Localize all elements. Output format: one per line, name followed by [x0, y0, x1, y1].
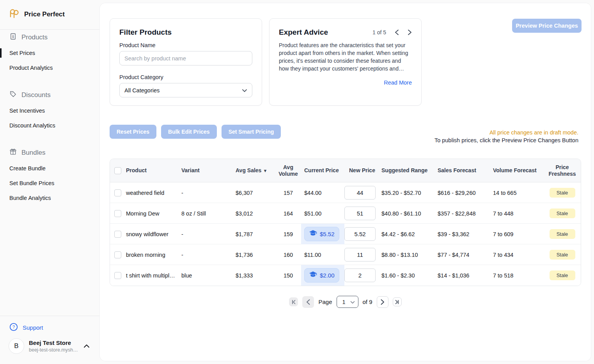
current-price-cell: $11.00 — [301, 244, 344, 265]
sidebar-item-set-prices[interactable]: Set Prices — [0, 48, 100, 58]
main-content: Filter Products Product Name Product Cat… — [100, 3, 591, 361]
sidebar-item-create-bundle[interactable]: Create Bundle — [0, 163, 100, 174]
col-header-suggested-range[interactable]: Suggested Range — [379, 167, 435, 174]
advice-pager: 1 of 5 — [372, 29, 412, 35]
volume-forecast-cell: 14 to 665 — [491, 190, 543, 196]
avg-volume-cell: 160 — [275, 252, 301, 258]
variant-cell: - — [181, 252, 236, 258]
col-header-avg-volume[interactable]: Avg Volume — [275, 164, 301, 177]
col-header-new-price[interactable]: New Price — [344, 167, 379, 174]
table-row: t shirt with multipl… blue $1,333 150 — [110, 265, 581, 286]
reset-prices-button[interactable]: Reset Prices — [110, 125, 156, 139]
sidebar-item-label: Create Bundle — [9, 165, 46, 171]
price-perfect-logo-icon — [9, 9, 20, 20]
set-smart-pricing-button[interactable]: Set Smart Pricing — [222, 125, 281, 139]
new-price-input[interactable] — [344, 186, 376, 200]
avg-sales-cell: $3,012 — [236, 210, 275, 217]
col-header-variant[interactable]: Variant — [181, 167, 236, 174]
product-cell: weathered field — [126, 190, 181, 196]
sidebar: Price Perfect $ Products Set Prices Prod… — [0, 0, 100, 364]
avg-sales-cell: $6,307 — [236, 190, 275, 196]
bulk-actions-row: Reset Prices Bulk Edit Prices Set Smart … — [110, 125, 281, 139]
freshness-badge: Stale — [550, 188, 575, 198]
advice-title: Expert Advice — [279, 28, 328, 37]
col-header-avg-sales[interactable]: Avg Sales▼ — [236, 167, 275, 174]
chevron-up-icon[interactable] — [83, 343, 90, 350]
col-header-volume-forecast[interactable]: Volume Forecast — [491, 167, 543, 174]
next-page-button[interactable] — [377, 296, 388, 308]
first-page-button[interactable] — [289, 297, 298, 306]
select-all-checkbox[interactable] — [114, 167, 121, 174]
advice-prev-button[interactable] — [395, 29, 399, 35]
avg-sales-cell: $1,333 — [236, 272, 275, 279]
section-label: Products — [21, 34, 48, 41]
advice-next-button[interactable] — [408, 29, 412, 35]
col-header-price-freshness[interactable]: Price Freshness — [543, 164, 581, 177]
new-price-input[interactable] — [344, 207, 376, 220]
sidebar-footer-divider — [0, 316, 100, 316]
support-label: Support — [23, 324, 43, 331]
product-category-label: Product Category — [119, 74, 252, 80]
store-name: Beej Test Store — [29, 339, 79, 346]
suggested-range-cell: $40.80 - $61.10 — [379, 210, 435, 217]
app-logo: Price Perfect — [0, 0, 100, 20]
draft-notice-line2: To publish prices, click the Preview Pri… — [434, 136, 578, 144]
page-number-select[interactable]: 1 — [337, 296, 358, 308]
page: Price Perfect $ Products Set Prices Prod… — [0, 0, 594, 364]
new-price-input[interactable] — [344, 248, 376, 262]
avg-volume-cell: 164 — [275, 210, 301, 217]
sidebar-item-set-incentives[interactable]: Set Incentives — [0, 105, 100, 116]
suggested-range-cell: $1.60 - $2.30 — [379, 272, 435, 279]
col-header-product[interactable]: Product — [126, 167, 181, 174]
sort-desc-icon: ▼ — [263, 168, 267, 173]
new-price-input[interactable] — [344, 227, 376, 241]
store-account[interactable]: B Beej Test Store beej-test-store.mysh… — [0, 338, 100, 354]
row-checkbox[interactable] — [114, 251, 121, 258]
sidebar-item-label: Discount Analytics — [9, 122, 55, 129]
gift-icon — [9, 148, 17, 157]
previous-page-button[interactable] — [302, 296, 314, 308]
sidebar-section-products: $ Products — [0, 33, 100, 42]
product-cell: broken morning — [126, 252, 181, 258]
page-number-value: 1 — [342, 299, 346, 305]
sidebar-item-label: Set Incentives — [9, 108, 45, 114]
row-checkbox[interactable] — [114, 272, 121, 279]
sales-forecast-cell: $77 - $4,774 — [435, 252, 491, 258]
section-label: Bundles — [21, 149, 45, 157]
avg-sales-cell: $1,787 — [236, 231, 275, 237]
row-checkbox[interactable] — [114, 231, 121, 238]
read-more-link[interactable]: Read More — [279, 80, 412, 86]
row-checkbox[interactable] — [114, 210, 121, 217]
col-header-sales-forecast[interactable]: Sales Forecast — [435, 167, 491, 174]
current-price-cell: $51.00 — [301, 203, 344, 224]
col-header-current-price[interactable]: Current Price — [301, 167, 344, 174]
store-domain: beej-test-store.mysh… — [29, 347, 79, 353]
row-checkbox[interactable] — [114, 189, 121, 196]
smart-price-pill[interactable]: $5.52 — [304, 227, 339, 241]
graduation-cap-icon — [309, 271, 317, 279]
pagination: Page 1 of 9 — [110, 296, 581, 308]
support-link[interactable]: ? Support — [0, 323, 100, 332]
suggested-range-cell: $4.42 - $6.62 — [379, 231, 435, 237]
sidebar-item-bundle-analytics[interactable]: Bundle Analytics — [0, 193, 100, 203]
preview-price-changes-button[interactable]: Preview Price Changes — [512, 19, 582, 33]
filter-title: Filter Products — [119, 28, 252, 37]
page-total-label: of 9 — [363, 299, 372, 305]
volume-forecast-cell: 7 to 518 — [491, 272, 543, 279]
section-label: Discounts — [21, 91, 51, 99]
new-price-input[interactable] — [344, 269, 376, 282]
store-avatar: B — [9, 338, 24, 354]
category-select[interactable]: All Categories — [119, 83, 252, 97]
avg-sales-cell: $1,736 — [236, 252, 275, 258]
product-name-search-input[interactable] — [119, 51, 252, 65]
bulk-edit-prices-button[interactable]: Bulk Edit Prices — [161, 125, 217, 139]
sidebar-item-discount-analytics[interactable]: Discount Analytics — [0, 120, 100, 131]
chevron-down-icon — [350, 299, 355, 305]
sidebar-item-product-analytics[interactable]: Product Analytics — [0, 62, 100, 73]
freshness-badge: Stale — [550, 270, 575, 280]
suggested-range-cell: $8.80 - $13.10 — [379, 252, 435, 258]
sidebar-item-set-bundle-prices[interactable]: Set Bundle Prices — [0, 178, 100, 189]
smart-price-pill[interactable]: $2.00 — [304, 268, 339, 283]
last-page-button[interactable] — [393, 297, 402, 306]
table-row: Morning Dew 8 oz / Still $3,012 164 $51.… — [110, 203, 581, 224]
